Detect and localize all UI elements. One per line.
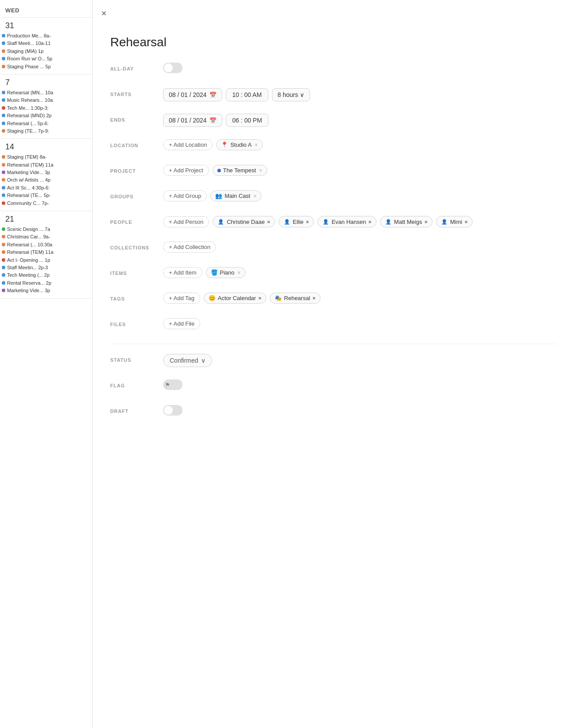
list-item[interactable]: Rental Reserva... 2p bbox=[0, 279, 92, 287]
event-dot bbox=[2, 171, 5, 174]
event-text: Music Rehears... 10a bbox=[7, 97, 78, 104]
list-item[interactable]: Rehearsal (TE... 5p- bbox=[0, 192, 92, 199]
starts-time-picker[interactable]: 10 : 00 AM bbox=[226, 88, 268, 101]
status-row: STATUS Confirmed ∨ bbox=[110, 354, 556, 370]
list-item[interactable]: Rehearsal (... 5p-6: bbox=[0, 120, 92, 127]
event-dot bbox=[2, 186, 5, 189]
tag-chip-remove[interactable]: × bbox=[313, 295, 316, 301]
status-chevron-icon: ∨ bbox=[201, 357, 205, 364]
list-item[interactable]: Christmas Car... 9a- bbox=[0, 233, 92, 241]
event-text: Act I- Opening ... 1p bbox=[7, 257, 78, 264]
location-chip-label: Studio A bbox=[230, 141, 251, 148]
add-item-button[interactable]: + Add Item bbox=[163, 267, 202, 278]
person-chip-remove[interactable]: × bbox=[267, 219, 270, 225]
event-dot bbox=[2, 201, 5, 205]
event-text: Staff Meetin... 2p-3 bbox=[7, 264, 78, 271]
event-text: Marketing Vide... 3p bbox=[7, 287, 78, 294]
list-item[interactable]: Staff Meeti... 10a-11 bbox=[0, 40, 92, 47]
list-item[interactable]: Rehearsal (TEM) 11a bbox=[0, 249, 92, 256]
list-item[interactable]: Tech Meeting (... 2p bbox=[0, 271, 92, 279]
draft-row: DRAFT bbox=[110, 405, 556, 421]
list-item[interactable]: Act I- Opening ... 1p bbox=[0, 256, 92, 264]
project-chip-label: The Tempest bbox=[223, 167, 256, 174]
list-item[interactable]: Room Run w/ O... 5p bbox=[0, 55, 92, 63]
starts-date-picker[interactable]: 08 / 01 / 2024 📅 bbox=[163, 88, 222, 101]
day-block: 31Production Me... 8a-Staff Meeti... 10a… bbox=[0, 18, 92, 74]
groups-chip-remove[interactable]: × bbox=[253, 193, 257, 199]
list-item[interactable]: Rehearsal (TEM) 11a bbox=[0, 161, 92, 169]
person-chip-remove[interactable]: × bbox=[424, 219, 428, 225]
event-text: Rehearsal (... 10:30a bbox=[7, 241, 78, 248]
tag-label: Rehearsal bbox=[284, 295, 310, 301]
draft-label: DRAFT bbox=[110, 405, 163, 414]
location-row: LOCATION + Add Location 📍 Studio A × bbox=[110, 139, 556, 155]
list-item[interactable]: Orch w/ Artists ... 4p bbox=[0, 176, 92, 184]
flag-label: FLAG bbox=[110, 379, 163, 388]
list-item[interactable]: Staging (TE... 7p-9: bbox=[0, 127, 92, 135]
add-project-button[interactable]: + Add Project bbox=[163, 165, 209, 176]
person-chip-remove[interactable]: × bbox=[306, 219, 309, 225]
item-chip-remove[interactable]: × bbox=[238, 270, 241, 276]
close-button[interactable]: × bbox=[101, 9, 107, 18]
list-item[interactable]: Rehearsal (MND) 2p bbox=[0, 112, 92, 119]
all-day-toggle[interactable] bbox=[163, 63, 183, 73]
list-item[interactable]: Staging (MIA) 1p bbox=[0, 48, 92, 55]
person-avatar-icon: 👤 bbox=[441, 218, 448, 225]
duration-picker[interactable]: 8 hours ∨ bbox=[272, 88, 310, 101]
add-file-button[interactable]: + Add File bbox=[163, 318, 200, 329]
status-dropdown[interactable]: Confirmed ∨ bbox=[163, 354, 212, 367]
files-row: FILES + Add File bbox=[110, 318, 556, 334]
location-chip-remove[interactable]: × bbox=[255, 142, 258, 148]
flag-toggle[interactable]: ⚑ bbox=[163, 379, 183, 390]
list-item[interactable]: Staff Meetin... 2p-3 bbox=[0, 264, 92, 271]
event-text: Marketing Vide... 3p bbox=[7, 169, 78, 176]
list-item[interactable]: Rehearsal (... 10:30a bbox=[0, 241, 92, 249]
list-item[interactable]: Tech Me... 1:30p-3: bbox=[0, 104, 92, 112]
event-dot bbox=[2, 243, 5, 246]
list-item[interactable]: Production Me... 8a- bbox=[0, 32, 92, 40]
sidebar: WED 31Production Me... 8a-Staff Meeti...… bbox=[0, 0, 93, 728]
duration-value: 8 hours bbox=[278, 91, 298, 98]
draft-toggle[interactable] bbox=[163, 405, 183, 416]
tag-chip-remove[interactable]: × bbox=[258, 295, 262, 301]
person-chip: 👤Evan Hansen× bbox=[317, 216, 376, 227]
person-chip-remove[interactable]: × bbox=[368, 219, 372, 225]
person-chip-remove[interactable]: × bbox=[464, 219, 468, 225]
add-person-button[interactable]: + Add Person bbox=[163, 216, 209, 227]
ends-date-picker[interactable]: 08 / 01 / 2024 📅 bbox=[163, 114, 222, 127]
list-item[interactable]: Staging Phase ... 5p bbox=[0, 63, 92, 71]
list-item[interactable]: Marketing Vide... 3p bbox=[0, 169, 92, 176]
event-text: Rehearsal (TE... 5p- bbox=[7, 192, 78, 199]
event-text: Community C... 7p- bbox=[7, 200, 78, 207]
project-chip-remove[interactable]: × bbox=[259, 167, 262, 174]
location-label: LOCATION bbox=[110, 139, 163, 148]
list-item[interactable]: Music Rehears... 10a bbox=[0, 97, 92, 104]
event-text: Christmas Car... 9a- bbox=[7, 234, 78, 240]
add-location-button[interactable]: + Add Location bbox=[163, 139, 212, 150]
person-chip: 👤Christine Daae× bbox=[212, 216, 275, 227]
event-text: Staging Phase ... 5p bbox=[7, 63, 78, 70]
event-text: Act III Sc... 4:30p-6: bbox=[7, 185, 78, 191]
list-item[interactable]: Marketing Vide... 3p bbox=[0, 287, 92, 294]
ends-time-picker[interactable]: 06 : 00 PM bbox=[226, 114, 269, 127]
tags-label: TAGS bbox=[110, 293, 163, 301]
add-group-button[interactable]: + Add Group bbox=[163, 190, 207, 201]
add-collection-button[interactable]: + Add Collection bbox=[163, 241, 216, 253]
event-dot bbox=[2, 41, 5, 45]
list-item[interactable]: Scenic Design ... 7a bbox=[0, 226, 92, 233]
list-item[interactable]: Staging (TEM) 8a- bbox=[0, 153, 92, 161]
event-dot bbox=[2, 114, 5, 117]
event-dot bbox=[2, 227, 5, 231]
item-chip-label: Piano bbox=[220, 269, 235, 276]
event-text: Rehearsal (MND) 2p bbox=[7, 112, 78, 119]
event-dot bbox=[2, 57, 5, 60]
starts-label: STARTS bbox=[110, 88, 163, 97]
ends-time-value: 06 : 00 PM bbox=[232, 117, 262, 124]
list-item[interactable]: Act III Sc... 4:30p-6: bbox=[0, 184, 92, 192]
add-tag-button[interactable]: + Add Tag bbox=[163, 293, 200, 304]
list-item[interactable]: Rehearsal (MN... 10a bbox=[0, 89, 92, 97]
tag-chip: 🎭Rehearsal× bbox=[270, 293, 321, 304]
list-item[interactable]: Community C... 7p- bbox=[0, 200, 92, 207]
event-dot bbox=[2, 258, 5, 262]
tag-chip: 😊Actor Calendar× bbox=[204, 293, 266, 304]
